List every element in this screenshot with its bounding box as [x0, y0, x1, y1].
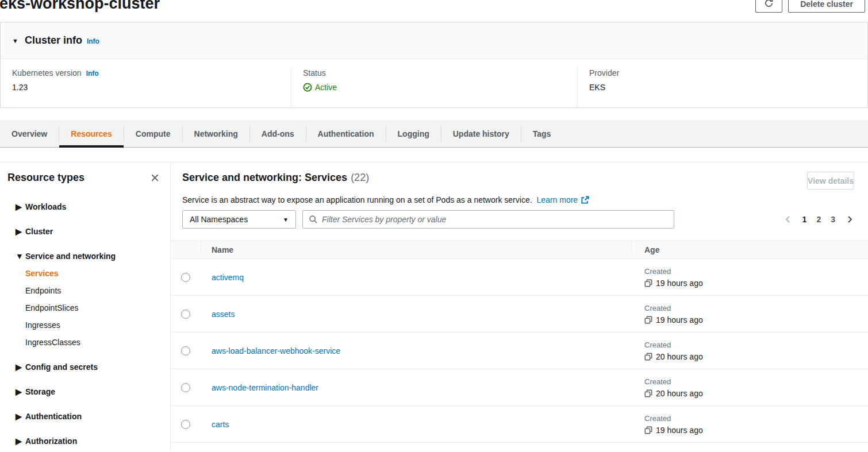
row-radio[interactable]	[181, 273, 190, 282]
tab-logging[interactable]: Logging	[386, 120, 441, 147]
sidebar-item-authorization[interactable]: ▶ Authorization	[0, 432, 170, 450]
created-label: Created	[644, 304, 868, 312]
page-header: eks-workshop-cluster Delete cluster	[0, 0, 868, 16]
tab-overview[interactable]: Overview	[0, 120, 59, 147]
tab-networking[interactable]: Networking	[183, 120, 249, 147]
cluster-info-title: Cluster info	[25, 34, 82, 47]
table-row-aws-node-termination-handler: aws-node-termination-handler Created 20 …	[171, 369, 868, 406]
header-actions: Delete cluster	[755, 0, 865, 13]
copy-icon[interactable]	[644, 316, 656, 324]
age-value: 19 hours ago	[656, 279, 703, 288]
service-link[interactable]: carts	[212, 420, 229, 429]
services-panel: Service and networking: Services(22) Vie…	[171, 163, 868, 451]
column-header-name: Name	[212, 245, 233, 254]
refresh-button[interactable]	[755, 0, 782, 13]
tab-update-history[interactable]: Update history	[441, 120, 521, 147]
table-row-aws-load-balancer-webhook-service: aws-load-balancer-webhook-service Create…	[171, 333, 868, 369]
status-badge: Active	[303, 83, 566, 92]
delete-cluster-button[interactable]: Delete cluster	[788, 0, 865, 13]
service-link[interactable]: activemq	[212, 273, 244, 282]
row-radio[interactable]	[181, 346, 190, 356]
resource-types-sidebar: Resource types ▶ Workloads ▶ Cluster ▼ S…	[0, 163, 171, 451]
field-kubernetes-version: Kubernetes version Info 1.23	[1, 67, 291, 107]
row-radio[interactable]	[181, 310, 190, 319]
cluster-name-title: eks-workshop-cluster	[0, 0, 160, 13]
chevron-right-icon: ▶	[16, 227, 25, 236]
kubernetes-version-value: 1.23	[12, 83, 279, 92]
age-value: 20 hours ago	[656, 389, 703, 398]
created-label: Created	[644, 341, 868, 349]
pagination: 1 2 3	[783, 215, 854, 224]
collapse-caret-icon: ▼	[12, 37, 18, 44]
tab-resources[interactable]: Resources	[59, 120, 124, 147]
namespace-select[interactable]: All Namespaces ▼	[182, 210, 296, 229]
tab-add-ons[interactable]: Add-ons	[250, 120, 306, 147]
cluster-info-header[interactable]: ▼ Cluster info Info	[1, 22, 867, 59]
sidebar-item-config-and-secrets[interactable]: ▶ Config and secrets	[0, 358, 170, 376]
copy-icon[interactable]	[644, 353, 656, 361]
next-page-icon[interactable]	[845, 215, 854, 224]
tab-tags[interactable]: Tags	[521, 120, 563, 147]
service-link[interactable]: aws-load-balancer-webhook-service	[212, 346, 340, 356]
chevron-down-icon: ▼	[16, 252, 25, 261]
services-table: Name Age activemq Created 19 hours ago a…	[171, 241, 868, 451]
created-label: Created	[644, 377, 868, 386]
sidebar-item-ingresses[interactable]: Ingresses	[0, 316, 170, 334]
row-radio[interactable]	[181, 383, 190, 392]
sidebar-item-workloads[interactable]: ▶ Workloads	[0, 198, 170, 215]
sidebar-item-endpoints[interactable]: Endpoints	[0, 282, 170, 299]
filter-services-input[interactable]	[322, 215, 668, 224]
cluster-info-info-link[interactable]: Info	[87, 37, 99, 45]
tab-authentication[interactable]: Authentication	[306, 120, 386, 147]
chevron-right-icon: ▶	[16, 436, 25, 446]
service-link[interactable]: assets	[212, 310, 235, 319]
row-radio[interactable]	[181, 420, 190, 429]
chevron-right-icon: ▶	[16, 387, 25, 396]
page-number-2[interactable]: 2	[816, 215, 821, 224]
copy-icon[interactable]	[644, 426, 656, 434]
field-provider: Provider EKS	[577, 67, 867, 107]
table-row-activemq: activemq Created 19 hours ago	[171, 259, 868, 296]
namespace-selected-value: All Namespaces	[190, 215, 248, 224]
view-details-button[interactable]: View details	[807, 172, 854, 190]
chevron-right-icon: ▶	[16, 362, 25, 372]
sidebar-item-ingressclasses[interactable]: IngressClasses	[0, 334, 170, 351]
table-row-carts: carts Created 19 hours ago	[171, 406, 868, 443]
age-value: 19 hours ago	[656, 315, 703, 324]
created-label: Created	[644, 414, 868, 423]
provider-value: EKS	[589, 83, 856, 92]
services-table-header: Name Age	[171, 241, 868, 259]
age-value: 19 hours ago	[656, 426, 703, 435]
sidebar-item-service-and-networking[interactable]: ▼ Service and networking	[0, 248, 170, 265]
status-check-icon	[303, 83, 315, 92]
created-label: Created	[644, 267, 868, 276]
services-filter	[302, 210, 674, 229]
page-number-3[interactable]: 3	[831, 215, 835, 224]
table-row-assets: assets Created 19 hours ago	[171, 296, 868, 333]
kubernetes-version-info-link[interactable]: Info	[86, 69, 99, 78]
copy-icon[interactable]	[644, 279, 656, 287]
sidebar-item-storage[interactable]: ▶ Storage	[0, 383, 170, 400]
close-icon[interactable]	[150, 173, 160, 183]
services-description: Service is an abstract way to expose an …	[182, 195, 532, 204]
column-header-age: Age	[644, 245, 659, 254]
service-link[interactable]: aws-node-termination-handler	[212, 383, 318, 392]
sidebar-title: Resource types	[7, 172, 150, 184]
cluster-tabs-strip: Overview Resources Compute Networking Ad…	[0, 120, 868, 148]
sidebar-item-authentication[interactable]: ▶ Authentication	[0, 408, 170, 425]
copy-icon[interactable]	[644, 389, 656, 397]
age-value: 20 hours ago	[656, 352, 703, 361]
chevron-down-icon: ▼	[283, 217, 289, 223]
learn-more-link[interactable]: Learn more	[537, 195, 590, 204]
search-icon	[309, 215, 318, 224]
resources-content: Resource types ▶ Workloads ▶ Cluster ▼ S…	[0, 162, 868, 451]
sidebar-item-endpointslices[interactable]: EndpointSlices	[0, 299, 170, 316]
sidebar-item-cluster[interactable]: ▶ Cluster	[0, 223, 170, 240]
page-number-1[interactable]: 1	[802, 215, 807, 224]
previous-page-icon[interactable]	[783, 215, 793, 224]
status-label: Status	[303, 68, 566, 78]
tab-compute[interactable]: Compute	[124, 120, 182, 147]
chevron-right-icon: ▶	[16, 202, 25, 211]
status-value: Active	[315, 83, 337, 92]
sidebar-item-services[interactable]: Services	[0, 265, 170, 282]
